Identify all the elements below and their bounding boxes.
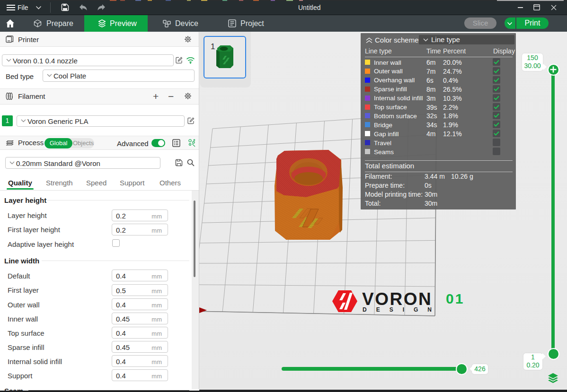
svg-text:01: 01 bbox=[446, 291, 464, 306]
svg-text:DESIGN: DESIGN bbox=[363, 306, 441, 313]
svg-text:VORON: VORON bbox=[362, 289, 432, 309]
